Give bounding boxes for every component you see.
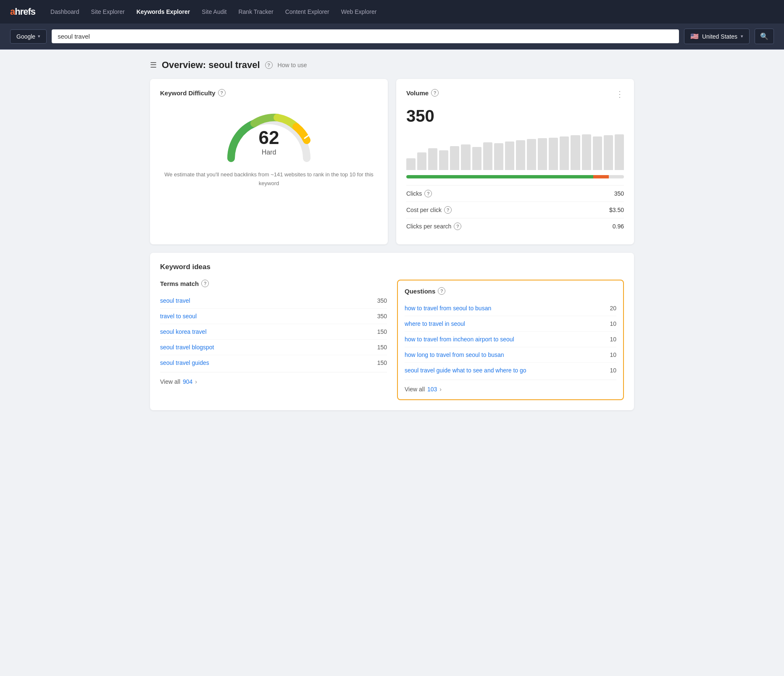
questions-help-icon[interactable]: ? [438, 287, 445, 295]
question-link[interactable]: where to travel in seoul [405, 320, 465, 327]
chart-bar [604, 135, 613, 170]
terms-match-help-icon[interactable]: ? [201, 280, 209, 287]
gauge-difficulty-label: Hard [259, 149, 279, 156]
chart-bar [593, 136, 602, 170]
keyword-volume: 150 [377, 328, 387, 335]
question-link[interactable]: how to travel from seoul to busan [405, 305, 491, 312]
chart-bar [538, 138, 547, 170]
keyword-ideas-title: Keyword ideas [160, 263, 624, 271]
clicks-value: 350 [614, 190, 624, 197]
cpc-help-icon[interactable]: ? [444, 206, 452, 214]
volume-card: Volume ? ⋮ 350 Clicks ? 350 Cost pe [396, 79, 634, 244]
cps-help-icon[interactable]: ? [454, 223, 461, 230]
question-link[interactable]: how to travel from incheon airport to se… [405, 336, 514, 343]
clicks-progress-bar [406, 175, 624, 178]
chart-bar [472, 147, 481, 170]
clicks-row: Clicks ? 350 [406, 185, 624, 202]
cpc-value: $3.50 [609, 207, 624, 213]
gauge-score: 62 [259, 128, 279, 147]
terms-match-chevron-icon: › [195, 378, 197, 385]
nav-content-explorer[interactable]: Content Explorer [285, 7, 329, 17]
chart-bar [505, 141, 514, 170]
gauge-label: 62 Hard [259, 128, 279, 156]
question-volume: 10 [610, 336, 616, 343]
country-name: United States [702, 33, 737, 40]
questions-chevron-icon: › [439, 386, 442, 393]
volume-value: 350 [406, 107, 624, 126]
list-item: seoul travel blogspot150 [160, 339, 387, 355]
nav-rank-tracker[interactable]: Rank Tracker [238, 7, 273, 17]
question-volume: 10 [610, 320, 616, 327]
volume-options-button[interactable]: ⋮ [616, 89, 624, 99]
main-content: ☰ Overview: seoul travel ? How to use Ke… [140, 50, 644, 420]
nav-site-audit[interactable]: Site Audit [202, 7, 226, 17]
questions-panel: Questions ? how to travel from seoul to … [397, 280, 624, 400]
chart-bar [417, 152, 426, 170]
progress-green [406, 175, 593, 178]
kd-note: We estimate that you'll need backlinks f… [160, 170, 378, 188]
volume-help-icon[interactable]: ? [431, 89, 439, 97]
list-item: where to travel in seoul10 [405, 316, 616, 331]
gauge-wrapper: 62 Hard [223, 110, 315, 160]
search-engine-button[interactable]: Google [10, 29, 47, 44]
volume-bar-chart [406, 132, 624, 170]
nav-keywords-explorer[interactable]: Keywords Explorer [137, 7, 190, 17]
search-submit-button[interactable]: 🔍 [755, 29, 774, 44]
question-volume: 10 [610, 367, 616, 374]
keyword-link[interactable]: seoul travel [160, 297, 190, 304]
question-volume: 10 [610, 351, 616, 358]
page-title-help-icon[interactable]: ? [265, 61, 273, 69]
clicks-help-icon[interactable]: ? [424, 190, 432, 197]
questions-title: Questions ? [405, 287, 616, 295]
nav-web-explorer[interactable]: Web Explorer [341, 7, 377, 17]
question-volume: 20 [610, 305, 616, 312]
keyword-ideas-grid: Terms match ? seoul travel350travel to s… [160, 280, 624, 400]
search-input[interactable] [58, 33, 673, 40]
question-link[interactable]: how long to travel from seoul to busan [405, 351, 504, 358]
keyword-ideas-section: Keyword ideas Terms match ? seoul travel… [150, 253, 634, 410]
keyword-link[interactable]: seoul travel blogspot [160, 344, 214, 351]
chart-bar [428, 148, 437, 170]
terms-match-list: seoul travel350travel to seoul350seoul k… [160, 293, 387, 370]
list-item: travel to seoul350 [160, 308, 387, 324]
nav-dashboard[interactable]: Dashboard [50, 7, 79, 17]
terms-match-view-all[interactable]: View all 904 › [160, 372, 387, 385]
how-to-use-link[interactable]: How to use [278, 62, 307, 68]
keyword-difficulty-card: Keyword Difficulty ? [150, 79, 388, 244]
list-item: how to travel from seoul to busan20 [405, 301, 616, 316]
search-input-wrapper [52, 29, 679, 43]
chart-bar [461, 144, 470, 170]
keyword-link[interactable]: seoul korea travel [160, 328, 207, 335]
list-item: seoul travel guides150 [160, 355, 387, 370]
volume-card-title: Volume ? [406, 89, 439, 97]
chart-bar [615, 134, 624, 170]
chart-bar [549, 138, 558, 170]
keyword-link[interactable]: seoul travel guides [160, 359, 209, 366]
chart-bar [527, 139, 536, 170]
cpc-label: Cost per click ? [406, 206, 452, 214]
kd-help-icon[interactable]: ? [218, 89, 226, 97]
hamburger-icon[interactable]: ☰ [150, 60, 157, 70]
search-bar: Google 🇺🇸 United States 🔍 [0, 24, 784, 50]
chart-bar [571, 135, 580, 170]
chart-bar [516, 140, 525, 170]
question-link[interactable]: seoul travel guide what to see and where… [405, 367, 526, 374]
page-title: Overview: seoul travel [162, 60, 260, 71]
cpc-row: Cost per click ? $3.50 [406, 202, 624, 218]
gauge-container: 62 Hard [160, 110, 378, 160]
country-flag: 🇺🇸 [690, 32, 699, 40]
terms-match-title: Terms match ? [160, 280, 387, 287]
keyword-link[interactable]: travel to seoul [160, 313, 197, 320]
list-item: seoul korea travel150 [160, 324, 387, 339]
cps-label: Clicks per search ? [406, 223, 461, 230]
chart-bar [483, 142, 492, 170]
questions-count: 103 [427, 386, 437, 393]
country-selector-button[interactable]: 🇺🇸 United States [684, 29, 750, 44]
questions-view-all[interactable]: View all 103 › [405, 380, 616, 393]
kd-card-title: Keyword Difficulty ? [160, 89, 378, 97]
nav-site-explorer[interactable]: Site Explorer [91, 7, 125, 17]
keyword-volume: 350 [377, 313, 387, 320]
questions-list: how to travel from seoul to busan20where… [405, 301, 616, 378]
chart-bar [439, 150, 448, 170]
keyword-volume: 350 [377, 297, 387, 304]
